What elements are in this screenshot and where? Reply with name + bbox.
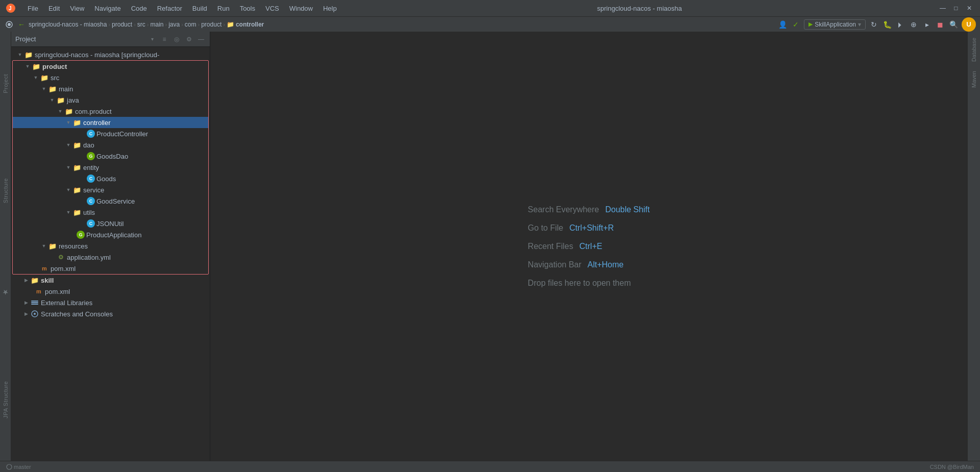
vcs-icon[interactable] [4,19,14,30]
java-toggle[interactable]: ▼ [48,96,56,104]
pom-icon: m [40,264,49,273]
panel-collapse-all-icon[interactable]: ≡ [160,35,169,44]
breadcrumb-toolbar: ← springcloud-nacos - miaosha › product … [0,16,980,32]
menu-code[interactable]: Code [127,4,151,13]
search-everywhere-icon[interactable]: 🔍 [948,19,959,30]
service-label: service [83,186,104,194]
maven-panel-label[interactable]: Maven [969,67,979,92]
settings-more[interactable]: ▸ [922,19,932,30]
com-product-folder-icon: 📁 [64,107,74,116]
utils-folder-icon: 📁 [72,208,82,217]
tree-product-pom[interactable]: m pom.xml [13,263,208,274]
menu-run[interactable]: Run [213,4,234,13]
menu-vcs[interactable]: VCS [261,4,283,13]
tree-goods[interactable]: C Goods [13,173,208,184]
scratches-toggle[interactable]: ▶ [22,310,30,318]
tree-product-application[interactable]: G ProductApplication [13,229,208,240]
user-avatar[interactable]: U [962,17,976,32]
panel-locate-icon[interactable]: ◎ [172,35,181,44]
breadcrumb-root[interactable]: springcloud-nacos - miaosha [29,21,107,28]
utils-toggle[interactable]: ▼ [64,208,72,216]
menu-navigate[interactable]: Navigate [90,4,125,13]
minimize-button[interactable]: — [938,4,947,13]
tree-main[interactable]: ▼ 📁 main [13,83,208,94]
run-icon[interactable]: ⏵ [895,19,905,30]
menu-view[interactable]: View [66,4,88,13]
status-branch[interactable]: master [6,464,31,470]
ext-libs-toggle[interactable]: ▶ [22,299,30,307]
tree-goods-dao[interactable]: G GoodsDao [13,151,208,162]
com-product-toggle[interactable]: ▼ [56,107,64,115]
tree-application-yml[interactable]: ⚙ application.yml [13,252,208,263]
tree-root[interactable]: ▼ 📁 springcloud-nacos - miaosha [springc… [11,49,210,60]
tree-resources[interactable]: ▼ 📁 resources [13,240,208,252]
debug-icon[interactable]: 🐛 [882,19,892,30]
close-button[interactable]: ✕ [965,4,974,13]
tree-src[interactable]: ▼ 📁 src [13,72,208,83]
sync-icon[interactable]: ↻ [869,19,879,30]
resources-label: resources [59,242,88,250]
check-icon[interactable]: ✓ [791,19,801,30]
tree-service[interactable]: ▼ 📁 service [13,184,208,195]
breadcrumb-product2[interactable]: product [201,21,222,28]
tree-product-controller[interactable]: C ProductController [13,128,208,139]
menu-tools[interactable]: Tools [236,4,259,13]
scratches-label: Scratches and Consoles [41,310,113,318]
tree-json-util[interactable]: C JSONUtil [13,218,208,229]
menu-build[interactable]: Build [188,4,211,13]
sidebar-project-label[interactable]: Project [2,70,10,97]
tree-skill[interactable]: ▶ 📁 skill [11,275,210,286]
tree-external-libraries[interactable]: ▶ External Libraries [11,297,210,308]
tree-dao[interactable]: ▼ 📁 dao [13,139,208,151]
service-toggle[interactable]: ▼ [64,186,72,194]
menu-refactor[interactable]: Refactor [153,4,186,13]
sidebar-jpa-label[interactable]: JPA Structure [2,377,10,423]
stop-icon[interactable]: ◼ [935,19,945,30]
hint-recent-label: Recent Files [528,242,573,251]
database-panel-label[interactable]: Database [969,34,979,66]
skill-toggle[interactable]: ▶ [22,276,30,284]
sidebar-structure-label[interactable]: Structure [2,174,10,207]
menu-file[interactable]: File [23,4,42,13]
dao-toggle[interactable]: ▼ [64,141,72,149]
tree-product[interactable]: ▼ 📁 product [13,61,208,72]
hint-goto-shortcut: Ctrl+Shift+R [569,223,614,233]
breadcrumb-controller[interactable]: controller [236,21,264,28]
controller-toggle[interactable]: ▼ [64,118,72,127]
breadcrumb-src[interactable]: src [137,21,145,28]
sidebar-favorites-label[interactable]: ★ [1,284,11,301]
tree-entity[interactable]: ▼ 📁 entity [13,162,208,173]
menu-edit[interactable]: Edit [44,4,64,13]
entity-toggle[interactable]: ▼ [64,163,72,171]
tree-root-pom[interactable]: m pom.xml [11,286,210,297]
menu-help[interactable]: Help [319,4,341,13]
tree-scratches[interactable]: ▶ Scratches and Consoles [11,308,210,319]
breadcrumb-java[interactable]: java [168,21,180,28]
panel-hide-icon[interactable]: — [197,35,206,44]
tree-controller[interactable]: ▼ 📁 controller [13,117,208,128]
tree-utils[interactable]: ▼ 📁 utils [13,207,208,218]
back-icon[interactable]: ← [16,19,27,30]
breadcrumb-com[interactable]: com [185,21,197,28]
coverage-icon[interactable]: ⊕ [909,19,919,30]
profile-icon[interactable]: 👤 [777,19,788,30]
root-toggle[interactable]: ▼ [16,51,24,59]
tree-good-service[interactable]: C GoodService [13,195,208,207]
product-toggle[interactable]: ▼ [23,62,32,70]
resources-toggle[interactable]: ▼ [40,242,48,250]
 [79,197,87,205]
panel-dropdown-icon[interactable]: ▾ [148,35,157,44]
skill-folder-icon: 📁 [30,276,39,285]
panel-settings-icon[interactable]: ⚙ [184,35,193,44]
menu-window[interactable]: Window [285,4,317,13]
tree-java[interactable]: ▼ 📁 java [13,94,208,106]
run-configuration[interactable]: ▶ SkillApplication ▾ [804,19,866,30]
tree-com-product[interactable]: ▼ 📁 com.product [13,106,208,117]
src-toggle[interactable]: ▼ [32,73,40,82]
breadcrumb-product[interactable]: product [112,21,132,28]
product-pom-label: pom.xml [51,265,76,272]
maximize-button[interactable]: □ [951,4,961,13]
breadcrumb-main[interactable]: main [150,21,163,28]
main-toggle[interactable]: ▼ [40,85,48,93]
right-sidebar-strip: Database Maven [967,32,980,461]
